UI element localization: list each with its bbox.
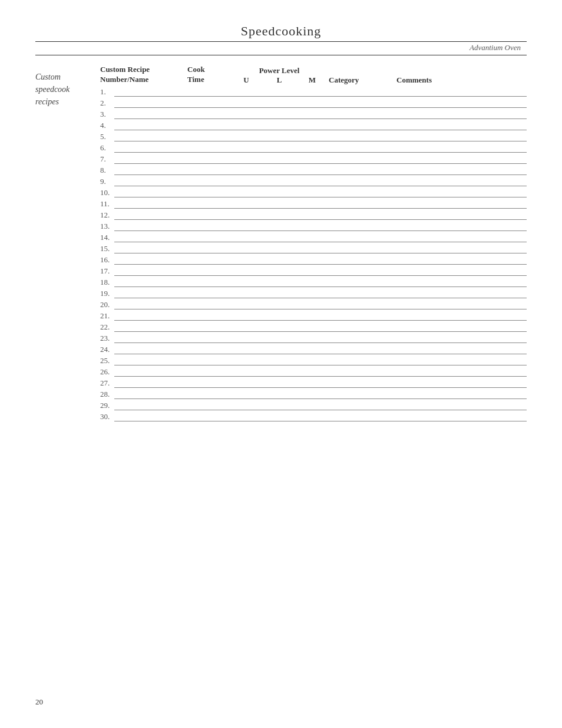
power-l-line[interactable]: [263, 278, 296, 287]
power-l-line[interactable]: [263, 311, 296, 321]
category-line[interactable]: [329, 367, 396, 377]
power-m-line[interactable]: [296, 334, 329, 343]
comments-line[interactable]: [396, 278, 527, 287]
power-m-line[interactable]: [296, 356, 329, 365]
power-l-line[interactable]: [263, 345, 296, 354]
power-l-line[interactable]: [263, 255, 296, 265]
power-m-line[interactable]: [296, 222, 329, 231]
power-m-line[interactable]: [296, 266, 329, 276]
power-m-line[interactable]: [296, 390, 329, 399]
comments-line[interactable]: [396, 345, 527, 354]
power-u-line[interactable]: [230, 199, 263, 209]
recipe-line[interactable]: [114, 188, 187, 197]
comments-line[interactable]: [396, 121, 527, 130]
power-m-line[interactable]: [296, 154, 329, 164]
cook-time-line[interactable]: [187, 300, 230, 309]
category-line[interactable]: [329, 244, 396, 253]
comments-line[interactable]: [396, 143, 527, 153]
category-line[interactable]: [329, 334, 396, 343]
recipe-line[interactable]: [114, 334, 187, 343]
category-line[interactable]: [329, 222, 396, 231]
power-m-line[interactable]: [296, 233, 329, 242]
recipe-line[interactable]: [114, 401, 187, 410]
power-l-line[interactable]: [263, 222, 296, 231]
power-l-line[interactable]: [263, 289, 296, 298]
category-line[interactable]: [329, 233, 396, 242]
category-line[interactable]: [329, 210, 396, 220]
power-l-line[interactable]: [263, 110, 296, 119]
cook-time-line[interactable]: [187, 255, 230, 265]
cook-time-line[interactable]: [187, 210, 230, 220]
power-l-line[interactable]: [263, 322, 296, 332]
power-m-line[interactable]: [296, 98, 329, 108]
recipe-line[interactable]: [114, 233, 187, 242]
recipe-line[interactable]: [114, 98, 187, 108]
cook-time-line[interactable]: [187, 222, 230, 231]
cook-time-line[interactable]: [187, 311, 230, 321]
cook-time-line[interactable]: [187, 378, 230, 388]
power-m-line[interactable]: [296, 255, 329, 265]
power-u-line[interactable]: [230, 255, 263, 265]
comments-line[interactable]: [396, 87, 527, 97]
power-l-line[interactable]: [263, 143, 296, 153]
recipe-line[interactable]: [114, 311, 187, 321]
power-u-line[interactable]: [230, 378, 263, 388]
recipe-line[interactable]: [114, 210, 187, 220]
recipe-line[interactable]: [114, 278, 187, 287]
power-u-line[interactable]: [230, 300, 263, 309]
comments-line[interactable]: [396, 110, 527, 119]
power-m-line[interactable]: [296, 378, 329, 388]
power-u-line[interactable]: [230, 188, 263, 197]
category-line[interactable]: [329, 255, 396, 265]
power-l-line[interactable]: [263, 356, 296, 365]
power-l-line[interactable]: [263, 401, 296, 410]
category-line[interactable]: [329, 121, 396, 130]
power-l-line[interactable]: [263, 188, 296, 197]
cook-time-line[interactable]: [187, 289, 230, 298]
cook-time-line[interactable]: [187, 188, 230, 197]
category-line[interactable]: [329, 289, 396, 298]
recipe-line[interactable]: [114, 199, 187, 209]
power-m-line[interactable]: [296, 121, 329, 130]
power-u-line[interactable]: [230, 244, 263, 253]
cook-time-line[interactable]: [187, 233, 230, 242]
comments-line[interactable]: [396, 334, 527, 343]
comments-line[interactable]: [396, 154, 527, 164]
comments-line[interactable]: [396, 289, 527, 298]
power-m-line[interactable]: [296, 177, 329, 186]
power-m-line[interactable]: [296, 412, 329, 421]
comments-line[interactable]: [396, 266, 527, 276]
comments-line[interactable]: [396, 199, 527, 209]
recipe-line[interactable]: [114, 132, 187, 141]
power-u-line[interactable]: [230, 98, 263, 108]
comments-line[interactable]: [396, 222, 527, 231]
power-m-line[interactable]: [296, 143, 329, 153]
power-l-line[interactable]: [263, 378, 296, 388]
power-u-line[interactable]: [230, 210, 263, 220]
cook-time-line[interactable]: [187, 121, 230, 130]
power-m-line[interactable]: [296, 87, 329, 97]
power-l-line[interactable]: [263, 266, 296, 276]
power-m-line[interactable]: [296, 132, 329, 141]
category-line[interactable]: [329, 401, 396, 410]
power-l-line[interactable]: [263, 87, 296, 97]
cook-time-line[interactable]: [187, 110, 230, 119]
power-u-line[interactable]: [230, 278, 263, 287]
comments-line[interactable]: [396, 356, 527, 365]
power-u-line[interactable]: [230, 367, 263, 377]
power-l-line[interactable]: [263, 210, 296, 220]
comments-line[interactable]: [396, 132, 527, 141]
cook-time-line[interactable]: [187, 244, 230, 253]
category-line[interactable]: [329, 412, 396, 421]
power-l-line[interactable]: [263, 244, 296, 253]
cook-time-line[interactable]: [187, 345, 230, 354]
power-l-line[interactable]: [263, 367, 296, 377]
power-u-line[interactable]: [230, 233, 263, 242]
power-l-line[interactable]: [263, 132, 296, 141]
recipe-line[interactable]: [114, 378, 187, 388]
cook-time-line[interactable]: [187, 322, 230, 332]
power-m-line[interactable]: [296, 199, 329, 209]
power-u-line[interactable]: [230, 110, 263, 119]
cook-time-line[interactable]: [187, 412, 230, 421]
power-u-line[interactable]: [230, 289, 263, 298]
